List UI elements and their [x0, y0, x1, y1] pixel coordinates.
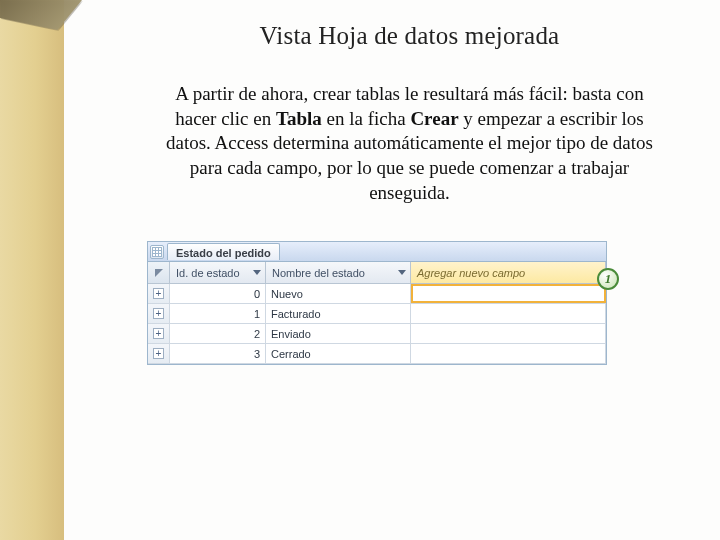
- cell-name[interactable]: Facturado: [266, 304, 411, 323]
- table-row: + 0 Nuevo: [148, 284, 606, 304]
- cell-id[interactable]: 3: [170, 344, 266, 363]
- cell-id[interactable]: 2: [170, 324, 266, 343]
- content-area: Vista Hoja de datos mejorada A partir de…: [64, 0, 720, 540]
- cell-name[interactable]: Enviado: [266, 324, 411, 343]
- column-header-add-field[interactable]: Agregar nuevo campo 1: [411, 262, 606, 283]
- column-header-id[interactable]: Id. de estado: [170, 262, 266, 283]
- expand-icon: +: [153, 288, 164, 299]
- decorative-left-strip: [0, 0, 64, 540]
- cell-id[interactable]: 1: [170, 304, 266, 323]
- body-bold-tabla: Tabla: [276, 108, 322, 129]
- body-text-mid: en la ficha: [322, 108, 411, 129]
- datasheet: Estado del pedido Id. de estado Nombre d…: [147, 241, 607, 365]
- column-header-add-label: Agregar nuevo campo: [417, 267, 525, 279]
- table-row: + 2 Enviado: [148, 324, 606, 344]
- column-header-name-label: Nombre del estado: [272, 267, 365, 279]
- cell-new-field[interactable]: [411, 324, 606, 343]
- table-row: + 3 Cerrado: [148, 344, 606, 364]
- expand-icon: +: [153, 328, 164, 339]
- cell-id[interactable]: 0: [170, 284, 266, 303]
- svg-marker-5: [155, 269, 163, 277]
- row-selector[interactable]: +: [148, 304, 170, 323]
- table-icon: [150, 245, 164, 259]
- chevron-down-icon: [398, 270, 406, 275]
- cell-name[interactable]: Nuevo: [266, 284, 411, 303]
- datasheet-tabbar: Estado del pedido: [148, 242, 606, 262]
- datasheet-header-row: Id. de estado Nombre del estado Agregar …: [148, 262, 606, 284]
- page-title: Vista Hoja de datos mejorada: [149, 22, 670, 50]
- column-header-id-label: Id. de estado: [176, 267, 240, 279]
- table-row: + 1 Facturado: [148, 304, 606, 324]
- chevron-down-icon: [253, 270, 261, 275]
- row-selector[interactable]: +: [148, 284, 170, 303]
- svg-rect-0: [153, 247, 162, 256]
- body-paragraph: A partir de ahora, crear tablas le resul…: [149, 82, 670, 205]
- expand-icon: +: [153, 348, 164, 359]
- row-selector[interactable]: +: [148, 344, 170, 363]
- slide: Vista Hoja de datos mejorada A partir de…: [0, 0, 720, 540]
- cell-new-field[interactable]: [411, 304, 606, 323]
- select-all-cell[interactable]: [148, 262, 170, 283]
- cell-new-field[interactable]: [411, 284, 606, 303]
- cell-new-field[interactable]: [411, 344, 606, 363]
- row-selector[interactable]: +: [148, 324, 170, 343]
- cell-name[interactable]: Cerrado: [266, 344, 411, 363]
- expand-icon: +: [153, 308, 164, 319]
- callout-badge: 1: [597, 268, 619, 290]
- body-bold-crear: Crear: [410, 108, 458, 129]
- datasheet-tab[interactable]: Estado del pedido: [167, 243, 280, 260]
- column-header-name[interactable]: Nombre del estado: [266, 262, 411, 283]
